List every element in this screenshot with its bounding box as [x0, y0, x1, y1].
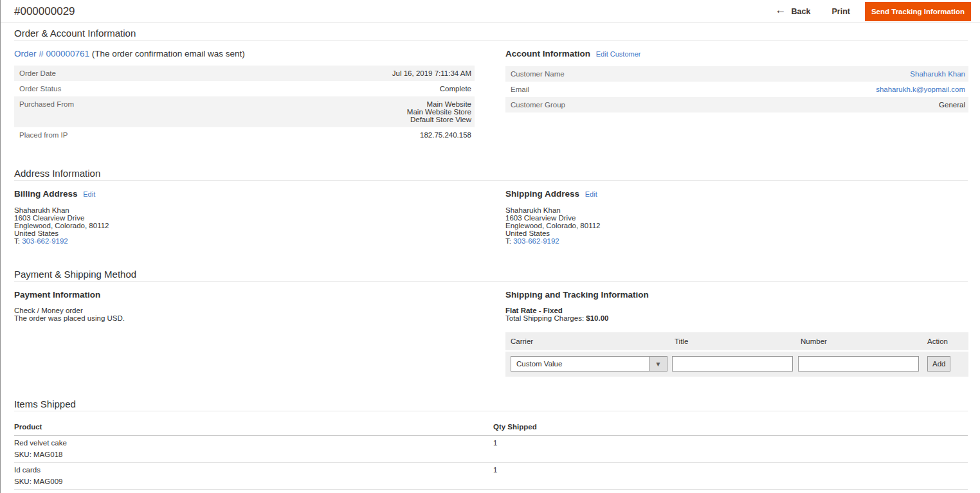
product-name: Red velvet cake: [14, 439, 493, 447]
carrier-column-header: Carrier: [505, 332, 669, 350]
order-info-table: Order Date Jul 16, 2019 7:11:34 AM Order…: [14, 66, 475, 143]
qty-shipped-value: 1: [493, 466, 968, 485]
tracking-title-input[interactable]: [672, 356, 793, 372]
print-button[interactable]: Print: [831, 7, 849, 16]
payment-shipping-section: Payment & Shipping Method Payment Inform…: [14, 269, 968, 377]
customer-email-label: Email: [511, 85, 529, 93]
shipping-phone-link[interactable]: 303-662-9192: [513, 237, 559, 245]
carrier-select[interactable]: Custom Value ▼: [511, 356, 667, 372]
title-column-header: Title: [669, 332, 795, 350]
billing-address-edit-link[interactable]: Edit: [83, 190, 95, 198]
order-date-row: Order Date Jul 16, 2019 7:11:34 AM: [14, 66, 475, 81]
page-header: #000000029 ← Back Print Send Tracking In…: [1, 0, 980, 23]
customer-name-row: Customer Name Shaharukh Khan: [505, 66, 968, 82]
back-button[interactable]: ← Back: [776, 5, 811, 18]
carrier-select-value: Custom Value: [511, 357, 562, 371]
customer-group-value: General: [939, 101, 965, 109]
order-date-label: Order Date: [19, 69, 56, 77]
customer-email-link[interactable]: shaharukh.k@yopmail.com: [876, 85, 965, 93]
shipping-charges-value: $10.00: [586, 314, 608, 322]
product-column-header: Product: [14, 423, 493, 431]
shipping-address-block: Shipping Address Edit Shaharukh Khan 160…: [505, 189, 968, 245]
placed-from-ip-value: 182.75.240.158: [420, 131, 471, 139]
payment-shipping-section-title: Payment & Shipping Method: [14, 269, 968, 282]
back-arrow-icon: ←: [776, 4, 786, 17]
shipping-address-title: Shipping Address: [505, 189, 579, 199]
items-shipped-section-title: Items Shipped: [14, 399, 968, 411]
order-information-block: Order # 000000761 (The order confirmatio…: [14, 49, 475, 143]
action-column-header: Action: [922, 332, 968, 350]
account-information-block: Account Information Edit Customer Custom…: [505, 49, 968, 143]
purchased-from-label: Purchased From: [19, 100, 74, 123]
back-button-label: Back: [792, 7, 811, 16]
items-shipped-section: Items Shipped Product Qty Shipped Red ve…: [14, 399, 968, 490]
account-information-title: Account Information: [505, 49, 590, 58]
chevron-down-icon: ▼: [649, 357, 667, 371]
order-confirmation-note: (The order confirmation email was sent): [92, 49, 245, 58]
purchased-from-row: Purchased From Main Website Main Website…: [14, 96, 475, 127]
shipping-address-edit-link[interactable]: Edit: [585, 190, 597, 198]
address-section: Address Information Billing Address Edit…: [14, 168, 968, 245]
address-section-title: Address Information: [14, 168, 968, 181]
page-title: #000000029: [14, 5, 75, 18]
customer-group-label: Customer Group: [511, 101, 565, 109]
order-status-label: Order Status: [19, 85, 61, 93]
print-button-label: Print: [831, 7, 849, 16]
order-number-link[interactable]: Order # 000000761: [14, 49, 89, 58]
number-column-header: Number: [795, 332, 922, 350]
qty-shipped-value: 1: [493, 439, 968, 458]
account-info-table: Customer Name Shaharukh Khan Email shaha…: [505, 66, 968, 112]
purchased-from-value: Main Website Main Website Store Default …: [407, 100, 471, 123]
placed-from-ip-row: Placed from IP 182.75.240.158: [14, 127, 475, 143]
customer-email-row: Email shaharukh.k@yopmail.com: [505, 82, 968, 97]
billing-phone-link[interactable]: 303-662-9192: [22, 237, 68, 245]
placed-from-ip-label: Placed from IP: [19, 131, 68, 139]
header-actions: ← Back Print Send Tracking Information: [776, 2, 971, 21]
payment-method: Check / Money order: [14, 307, 475, 314]
tracking-number-input[interactable]: [798, 356, 919, 372]
page-content: Order & Account Information Order # 0000…: [1, 23, 980, 490]
order-account-section: Order & Account Information Order # 0000…: [14, 28, 968, 143]
product-name: Id cards: [14, 466, 493, 474]
billing-address-title: Billing Address: [14, 189, 78, 199]
order-view-page: #000000029 ← Back Print Send Tracking In…: [0, 0, 980, 493]
product-sku: SKU: MAG009: [14, 478, 493, 485]
tracking-input-row: Custom Value ▼ Add: [505, 352, 968, 377]
billing-address-text: Shaharukh Khan 1603 Clearview Drive Engl…: [14, 206, 475, 245]
shipping-charges: Total Shipping Charges: $10.00: [505, 314, 968, 322]
send-tracking-label: Send Tracking Information: [871, 8, 965, 15]
customer-name-label: Customer Name: [511, 70, 565, 78]
billing-address-block: Billing Address Edit Shaharukh Khan 1603…: [14, 189, 475, 245]
items-table: Product Qty Shipped Red velvet cake SKU:…: [14, 419, 968, 490]
customer-group-row: Customer Group General: [505, 97, 968, 112]
shipping-method: Flat Rate - Fixed: [505, 307, 968, 314]
order-status-value: Complete: [440, 85, 471, 93]
customer-name-link[interactable]: Shaharukh Khan: [910, 70, 965, 78]
product-sku: SKU: MAG018: [14, 451, 493, 458]
payment-note: The order was placed using USD.: [14, 314, 475, 322]
shipping-address-text: Shaharukh Khan 1603 Clearview Drive Engl…: [505, 206, 968, 245]
add-tracking-button[interactable]: Add: [927, 356, 950, 372]
shipping-tracking-block: Shipping and Tracking Information Flat R…: [505, 290, 968, 377]
shipping-tracking-title: Shipping and Tracking Information: [505, 290, 649, 300]
tracking-table: Carrier Title Number Action Custom Value…: [505, 332, 968, 377]
item-row: Red velvet cake SKU: MAG018 1: [14, 436, 968, 463]
order-date-value: Jul 16, 2019 7:11:34 AM: [392, 69, 471, 77]
send-tracking-button[interactable]: Send Tracking Information: [865, 2, 971, 21]
payment-information-title: Payment Information: [14, 290, 100, 300]
qty-shipped-column-header: Qty Shipped: [493, 423, 968, 431]
edit-customer-link[interactable]: Edit Customer: [596, 50, 641, 58]
order-account-section-title: Order & Account Information: [14, 28, 968, 40]
payment-information-block: Payment Information Check / Money order …: [14, 290, 475, 377]
order-status-row: Order Status Complete: [14, 81, 475, 96]
item-row: Id cards SKU: MAG009 1: [14, 463, 968, 490]
